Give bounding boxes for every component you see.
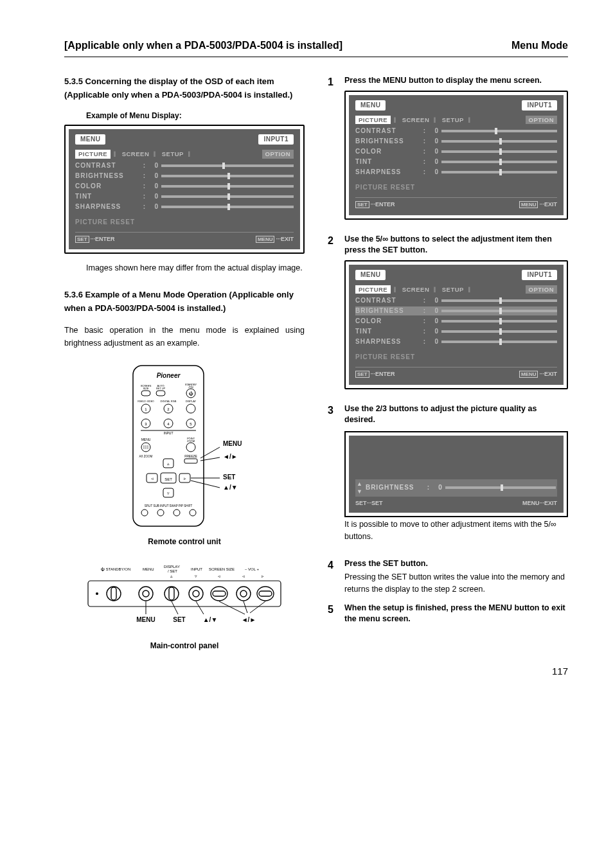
- input-pill: INPUT1: [522, 100, 557, 111]
- svg-text:▿: ▿: [167, 491, 170, 495]
- row-highlighted: BRIGHTNESS:0: [355, 306, 557, 315]
- svg-text:⏻ STANDBY/ON: ⏻ STANDBY/ON: [101, 567, 130, 571]
- step-4-body: Pressing the SET button writes the value…: [344, 571, 568, 596]
- param-contrast: CONTRAST: [75, 161, 139, 170]
- svg-rect-82: [259, 591, 272, 596]
- step-2: 2 Use the 5/∞ buttons to select the adju…: [328, 234, 568, 397]
- section-5-3-6-heading: 5.3.6 Example of a Menu Mode Operation (…: [64, 288, 305, 314]
- step-lead: When the setup is finished, press the ME…: [344, 603, 565, 624]
- page-header: [Applicable only when a PDA-5003/PDA-500…: [64, 39, 568, 57]
- adjust-screenshot: ▲▼ BRIGHTNESS : 0 SET···SET MENU···EXIT: [344, 431, 568, 517]
- svg-text:▵: ▵: [167, 461, 170, 466]
- svg-text:FREEZE: FREEZE: [184, 454, 197, 458]
- tab-screen: SCREEN: [121, 150, 151, 158]
- svg-rect-67: [88, 581, 281, 607]
- slider: [161, 205, 294, 209]
- step-number: 3: [328, 403, 338, 553]
- svg-text:SIZE: SIZE: [143, 387, 149, 390]
- svg-text:◃: ◃: [218, 574, 220, 578]
- example-label: Example of Menu Display:: [86, 111, 305, 121]
- step-number: 1: [328, 75, 338, 227]
- svg-text:DISPLAY: DISPLAY: [186, 400, 197, 403]
- adjust-row: ▲▼ BRIGHTNESS : 0: [355, 479, 557, 497]
- menu-pill: MENU: [355, 270, 386, 280]
- panel-icon: ⏻ STANDBY/ON MENU DISPLAY / SET INPUT SC…: [82, 563, 287, 633]
- right-column: 1 Press the MENU button to display the m…: [328, 75, 568, 651]
- section-title: Concerning the display of the OSD of eac…: [64, 76, 292, 99]
- step-4: 4 Press the SET button. Pressing the SET…: [328, 558, 568, 596]
- param-sharpness: SHARPNESS: [75, 202, 139, 211]
- tab-setup: SETUP: [161, 150, 185, 158]
- remote-icon: Pioneer SCREEN SIZE AUTO SET UP STANDBY …: [101, 362, 268, 529]
- svg-text:MENU: MENU: [136, 616, 155, 623]
- svg-text:◃: ◃: [242, 574, 245, 578]
- panel-caption: Main-control panel: [64, 641, 305, 651]
- step-3-note: It is possible to move to other adjustme…: [344, 518, 568, 544]
- menu-tabs: PICTURE▌ SCREEN▌ SETUP▌ OPTION: [355, 116, 557, 124]
- svg-text:⏻: ⏻: [189, 391, 193, 396]
- step-number: 2: [328, 234, 338, 397]
- param-color: COLOR: [75, 182, 139, 191]
- menu-tabs: PICTURE▌ SCREEN▌ SETUP▌ OPTION: [75, 150, 294, 158]
- section-number: 5.3.5: [64, 76, 83, 86]
- svg-text:▲/▼: ▲/▼: [203, 616, 218, 623]
- svg-text:◄/►: ◄/►: [242, 616, 256, 623]
- svg-text:▿: ▿: [195, 574, 197, 578]
- slider: [161, 164, 294, 168]
- svg-rect-70: [111, 587, 116, 600]
- svg-text:/ SET: / SET: [168, 569, 177, 573]
- svg-rect-74: [169, 587, 174, 600]
- panel-figure: ⏻ STANDBY/ON MENU DISPLAY / SET INPUT SC…: [64, 563, 305, 651]
- updown-icon: ▲▼: [357, 480, 363, 496]
- svg-text:◃: ◃: [151, 476, 154, 481]
- param-brightness: BRIGHTNESS: [75, 172, 139, 181]
- svg-text:MENU: MENU: [141, 438, 151, 441]
- section-535-note: Images shown here may differ from the ac…: [86, 261, 305, 274]
- tab-option: OPTION: [262, 150, 294, 158]
- input-pill: INPUT1: [258, 134, 294, 145]
- svg-rect-78: [213, 591, 226, 596]
- menu-pill: MENU: [75, 134, 105, 145]
- section-536-intro: The basic operation in the menu mode is …: [64, 324, 305, 350]
- svg-text:–  VOL  +: – VOL +: [245, 567, 259, 571]
- menu-screenshot-step2: MENU INPUT1 PICTURE▌ SCREEN▌ SETUP▌ OPTI…: [344, 260, 568, 389]
- svg-text:INPUT: INPUT: [191, 567, 202, 571]
- menu-footer: SET···ENTER MENU···EXIT: [75, 232, 294, 244]
- svg-text:SET: SET: [164, 477, 172, 481]
- callout-set: SET: [223, 474, 235, 481]
- step-5: 5 When the setup is finished, press the …: [328, 603, 568, 625]
- step-lead: Use the 2/3 buttons to adjust the pictur…: [344, 404, 537, 425]
- step-1: 1 Press the MENU button to display the m…: [328, 75, 568, 227]
- input-pill: INPUT1: [522, 270, 557, 280]
- picture-reset: PICTURE RESET: [75, 218, 294, 227]
- svg-text:SET: SET: [173, 616, 185, 623]
- menu-screenshot-example: MENU INPUT1 PICTURE▌ SCREEN▌ SETUP▌ OPTI…: [64, 125, 305, 254]
- menu-screenshot-step1: MENU INPUT1 PICTURE▌ SCREEN▌ SETUP▌ OPTI…: [344, 91, 568, 220]
- step-lead: Press the MENU button to display the men…: [344, 76, 542, 85]
- svg-text:MENU: MENU: [143, 567, 154, 571]
- svg-text:SET UP: SET UP: [156, 387, 166, 390]
- svg-text:SCREEN SIZE: SCREEN SIZE: [209, 567, 235, 571]
- param-tint: TINT: [75, 192, 139, 201]
- svg-text:RGB1/2~VIDEO: RGB1/2~VIDEO: [138, 400, 154, 403]
- section-title: Example of a Menu Mode Operation (Applic…: [64, 290, 294, 312]
- adjust-footer: SET···SET MENU···EXIT: [355, 499, 557, 508]
- callout-ud: ▲/▼: [223, 484, 238, 491]
- step-number: 4: [328, 558, 338, 596]
- header-left: [Applicable only when a PDA-5003/PDA-500…: [64, 39, 342, 53]
- svg-text:INPUT: INPUT: [164, 431, 173, 435]
- menu-pill: MENU: [355, 100, 386, 111]
- step-lead: Use the 5/∞ buttons to select the adjust…: [344, 235, 552, 255]
- svg-text:DIGITAL RGB: DIGITAL RGB: [161, 400, 177, 403]
- header-right: Menu Mode: [511, 39, 568, 53]
- svg-text:ZOOM: ZOOM: [187, 439, 195, 443]
- slider: [161, 195, 294, 199]
- callout-menu: MENU: [223, 440, 242, 447]
- svg-text:DISPLAY: DISPLAY: [164, 565, 180, 569]
- step-number: 5: [328, 603, 338, 625]
- slider: [445, 486, 556, 490]
- left-column: 5.3.5 Concerning the display of the OSD …: [64, 75, 305, 651]
- remote-caption: Remote control unit: [64, 536, 305, 547]
- svg-point-68: [96, 592, 98, 595]
- svg-text:/ON: /ON: [188, 385, 193, 389]
